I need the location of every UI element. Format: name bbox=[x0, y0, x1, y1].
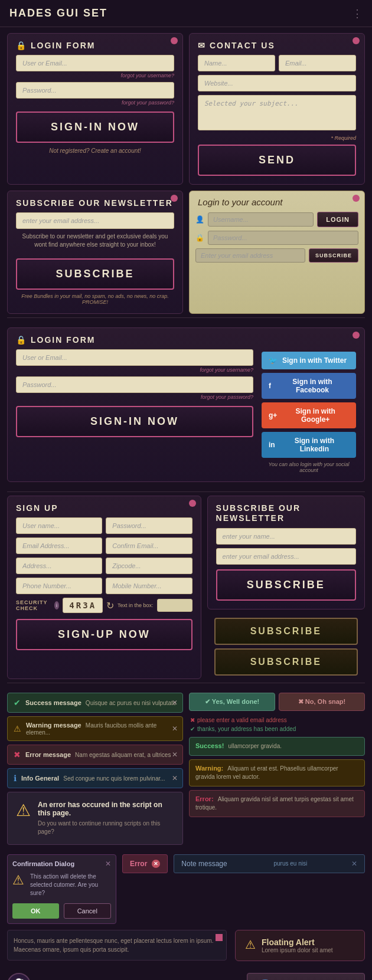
floating-alert-icon: ⚠ bbox=[245, 938, 256, 952]
twitter-login-button[interactable]: 🐦 Sign in with Twitter bbox=[262, 352, 356, 369]
widget-subscribe-button[interactable]: SUBSCRIBE bbox=[309, 248, 358, 263]
error-alert-icon: ✖ bbox=[14, 750, 21, 759]
newsletter-subscribe-button[interactable]: SUBSCRIBE bbox=[216, 569, 356, 601]
error-tag-close[interactable]: ✕ bbox=[152, 860, 160, 868]
signup-body: SECURITY CHECK i 4R3A ↻ Text in the box:… bbox=[8, 517, 201, 650]
error-card: Error: Aliquam gravida nisl sit amet tur… bbox=[189, 790, 365, 817]
floating-alert-section: Honcus, mauris ante pellentesque nunc, e… bbox=[0, 930, 372, 967]
subscribe-footer: Free Bundles in your mail, no spam, no a… bbox=[16, 290, 174, 305]
contact-subject-input[interactable] bbox=[198, 95, 356, 130]
signup-close[interactable] bbox=[189, 500, 196, 507]
warning-alert-close[interactable]: ✕ bbox=[172, 725, 178, 733]
floating-alert: ⚠ Floating Alert Lorem ipsum dolor sit a… bbox=[235, 930, 365, 961]
confirm-dialog-title: Confirmation Dialog bbox=[12, 860, 74, 867]
signup-confirm-email-input[interactable] bbox=[106, 537, 192, 554]
inline-error-alert: ✖ please enter a valid email address bbox=[190, 717, 364, 723]
yes-well-done-button[interactable]: ✔ Yes, Well done! bbox=[189, 693, 275, 711]
inline-error-icon: ✖ bbox=[190, 717, 195, 723]
alerts-left: ✔ Success message Quisque ac purus eu ni… bbox=[7, 693, 183, 848]
twitter-icon: 🐦 bbox=[269, 356, 278, 365]
big-signin-button[interactable]: SIGN-IN NOW bbox=[16, 406, 253, 437]
ball-icon1[interactable]: ⚽ bbox=[7, 973, 31, 980]
google-icon: g+ bbox=[269, 411, 277, 419]
contact-website-input[interactable] bbox=[198, 75, 356, 91]
login-widget-close[interactable] bbox=[353, 195, 360, 202]
subscribe-desc: Subscribe to our newsletter and get excl… bbox=[16, 229, 174, 253]
info-alert-content: Info General Sed congue nunc quis lorem … bbox=[21, 775, 165, 782]
newsletter-name-group bbox=[216, 528, 356, 545]
subscribe-button[interactable]: SUBSCRIBE bbox=[16, 258, 174, 290]
subscribe-close[interactable] bbox=[171, 195, 178, 202]
widget-email-input[interactable] bbox=[195, 248, 305, 263]
upload-button[interactable]: ↑ Upload bbox=[247, 973, 365, 980]
login-form-close[interactable] bbox=[171, 37, 178, 44]
hocus-close[interactable] bbox=[216, 934, 223, 941]
big-username-hint: forgot your username? bbox=[16, 367, 253, 373]
newsletter-name-input[interactable] bbox=[216, 528, 356, 545]
signup-email-input[interactable] bbox=[16, 537, 102, 554]
widget-login-button[interactable]: LOGIN bbox=[317, 212, 358, 227]
error-alert-close[interactable]: ✕ bbox=[172, 750, 178, 759]
signup-phone-input[interactable] bbox=[16, 578, 102, 594]
error-tag: Error ✕ bbox=[122, 854, 168, 873]
signup-button[interactable]: SIGN-UP NOW bbox=[16, 619, 192, 650]
app-title: HADES GUI SET bbox=[9, 7, 107, 19]
signup-password-input[interactable] bbox=[106, 517, 192, 534]
newsletter-body: SUBSCRIBE bbox=[208, 528, 364, 601]
big-username-input[interactable] bbox=[16, 349, 253, 366]
contact-email-input[interactable] bbox=[279, 55, 356, 71]
subscribe-body: Subscribe to our newsletter and get excl… bbox=[8, 212, 182, 305]
widget-password-input[interactable] bbox=[208, 231, 358, 245]
signup-address-row bbox=[16, 558, 192, 574]
captcha-refresh-icon[interactable]: ↻ bbox=[106, 600, 114, 611]
subscribe-alt-button1[interactable]: SUBSCRIBE bbox=[214, 618, 358, 645]
signin-button[interactable]: SIGN-IN NOW bbox=[16, 112, 174, 143]
contact-form-close[interactable] bbox=[353, 37, 360, 44]
info-alert-bar: ℹ Info General Sed congue nunc quis lore… bbox=[7, 768, 183, 788]
big-login-right: 🐦 Sign in with Twitter f Sign in with Fa… bbox=[262, 349, 356, 473]
big-error-text: An error has occured in the script on th… bbox=[38, 801, 174, 836]
info-alert-close[interactable]: ✕ bbox=[172, 774, 178, 782]
divider3 bbox=[7, 683, 365, 683]
mail-icon: ✉ bbox=[198, 41, 206, 50]
confirm-dialog-body: ⚠ This action will delete the selected c… bbox=[12, 873, 111, 897]
widget-password-row: 🔒 bbox=[195, 231, 358, 245]
info-alert-icon: ℹ bbox=[14, 773, 17, 783]
subscribe-email-input[interactable] bbox=[16, 212, 174, 229]
security-info-icon[interactable]: i bbox=[54, 601, 60, 609]
contact-form-panel: ✉ CONTACT US * Required SEND bbox=[189, 33, 365, 185]
signup-username-input[interactable] bbox=[16, 517, 102, 534]
signup-name-password-row bbox=[16, 517, 192, 534]
confirm-dialog-close[interactable]: ✕ bbox=[105, 860, 111, 868]
signup-email-row bbox=[16, 537, 192, 554]
widget-email-row: SUBSCRIBE bbox=[195, 248, 358, 263]
required-note: * Required bbox=[198, 135, 356, 141]
menu-icon[interactable]: ⋮ bbox=[352, 7, 363, 20]
password-input[interactable] bbox=[16, 82, 174, 99]
signup-phone-row bbox=[16, 578, 192, 594]
signup-address-input[interactable] bbox=[16, 558, 102, 574]
signup-mobile-input[interactable] bbox=[106, 578, 192, 594]
newsletter-email-input[interactable] bbox=[216, 548, 356, 565]
big-password-input[interactable] bbox=[16, 376, 253, 393]
signup-zipcode-input[interactable] bbox=[106, 558, 192, 574]
confirm-ok-button[interactable]: OK bbox=[12, 903, 59, 919]
username-input[interactable] bbox=[16, 55, 174, 71]
username-group: forgot your username? bbox=[16, 55, 174, 78]
contact-name-input[interactable] bbox=[198, 55, 275, 71]
facebook-login-button[interactable]: f Sign in with Facebook bbox=[262, 373, 356, 399]
captcha-input[interactable] bbox=[157, 599, 192, 612]
send-button[interactable]: SEND bbox=[198, 145, 356, 176]
success-alert-close[interactable]: ✕ bbox=[172, 699, 178, 707]
hocus-text-area: Honcus, mauris ante pellentesque nunc, e… bbox=[7, 930, 227, 961]
no-oh-snap-button[interactable]: ✖ No, Oh snap! bbox=[279, 693, 365, 711]
widget-username-input[interactable] bbox=[208, 212, 314, 227]
big-login-close[interactable] bbox=[353, 332, 360, 339]
captcha-display: 4R3A bbox=[63, 598, 103, 613]
bottom-right: ↑ Upload ⊘ Cancel bbox=[247, 973, 365, 980]
google-login-button[interactable]: g+ Sign in with Google+ bbox=[262, 402, 356, 428]
subscribe-alt-button2[interactable]: SUBSCRIBE bbox=[214, 648, 358, 676]
confirm-cancel-button[interactable]: Cancel bbox=[64, 903, 112, 919]
note-message-close[interactable]: ✕ bbox=[351, 860, 357, 868]
linkedin-login-button[interactable]: in Sign in with Linkedin bbox=[262, 432, 356, 458]
